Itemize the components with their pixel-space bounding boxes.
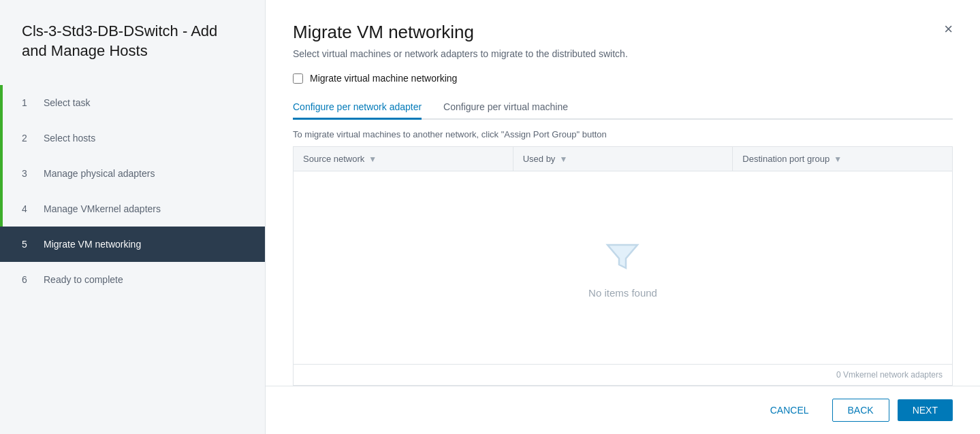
main-content: Migrate VM networking × Select virtual m… [266, 0, 980, 434]
table-header: Source network ▼ Used by ▼ Destination p… [294, 147, 952, 171]
dialog-footer: CANCEL BACK NEXT [266, 386, 980, 434]
th-used-by: Used by ▼ [513, 147, 733, 171]
step-number: 6 [22, 274, 33, 285]
funnel-icon [602, 237, 643, 278]
step-bar [0, 262, 3, 297]
sidebar-step-2[interactable]: 2 Select hosts [0, 120, 265, 156]
empty-state: No items found [588, 237, 657, 299]
sidebar-steps: 1 Select task 2 Select hosts 3 Manage ph… [0, 85, 265, 297]
step-label: Select task [44, 97, 90, 108]
migrate-checkbox-label: Migrate virtual machine networking [310, 73, 457, 84]
filter-icon-used-by[interactable]: ▼ [559, 154, 567, 164]
sidebar-step-4[interactable]: 4 Manage VMkernel adapters [0, 191, 265, 227]
close-button[interactable]: × [944, 22, 953, 37]
tab-per-adapter[interactable]: Configure per network adapter [293, 96, 422, 120]
app-window: Cls-3-Std3-DB-DSwitch - Add and Manage H… [0, 0, 980, 434]
migrate-checkbox-row: Migrate virtual machine networking [266, 73, 980, 96]
table-wrapper: Source network ▼ Used by ▼ Destination p… [293, 146, 953, 386]
step-label: Select hosts [44, 133, 95, 144]
sidebar: Cls-3-Std3-DB-DSwitch - Add and Manage H… [0, 0, 266, 434]
step-bar [0, 156, 3, 191]
step-number: 1 [22, 97, 33, 108]
table-body: No items found [294, 171, 952, 364]
info-text: To migrate virtual machines to another n… [266, 120, 980, 146]
step-bar [0, 85, 3, 120]
migrate-checkbox[interactable] [293, 73, 303, 84]
step-number: 4 [22, 203, 33, 214]
step-bar [0, 227, 3, 262]
table-footer: 0 Vmkernel network adapters [294, 364, 952, 385]
next-button[interactable]: NEXT [898, 399, 953, 421]
col-label-destination-port-group: Destination port group [742, 154, 829, 164]
col-label-source-network: Source network [303, 154, 364, 164]
sidebar-step-5[interactable]: 5 Migrate VM networking [0, 227, 265, 262]
tabs-bar: Configure per network adapterConfigure p… [293, 96, 953, 120]
dialog-header: Migrate VM networking × [266, 0, 980, 43]
th-source-network: Source network ▼ [294, 147, 513, 171]
dialog-subtitle: Select virtual machines or network adapt… [266, 43, 980, 73]
step-number: 5 [22, 239, 33, 250]
step-number: 3 [22, 168, 33, 179]
step-bar [0, 120, 3, 156]
dialog-title: Migrate VM networking [293, 22, 474, 43]
step-bar [0, 191, 3, 227]
step-label: Manage VMkernel adapters [44, 203, 161, 214]
filter-icon-source-network[interactable]: ▼ [368, 154, 377, 164]
back-button[interactable]: BACK [832, 399, 889, 422]
tab-per-vm[interactable]: Configure per virtual machine [443, 96, 568, 120]
sidebar-step-6[interactable]: 6 Ready to complete [0, 262, 265, 297]
sidebar-step-1[interactable]: 1 Select task [0, 85, 265, 120]
sidebar-title: Cls-3-Std3-DB-DSwitch - Add and Manage H… [0, 22, 265, 85]
col-label-used-by: Used by [523, 154, 556, 164]
empty-text: No items found [588, 287, 657, 299]
step-label: Manage physical adapters [44, 168, 155, 179]
cancel-button[interactable]: CANCEL [755, 399, 824, 421]
step-number: 2 [22, 133, 33, 144]
sidebar-step-3[interactable]: 3 Manage physical adapters [0, 156, 265, 191]
step-label: Ready to complete [44, 274, 123, 285]
step-label: Migrate VM networking [44, 239, 141, 250]
filter-icon-destination-port-group[interactable]: ▼ [834, 154, 842, 164]
th-destination-port-group: Destination port group ▼ [733, 147, 952, 171]
